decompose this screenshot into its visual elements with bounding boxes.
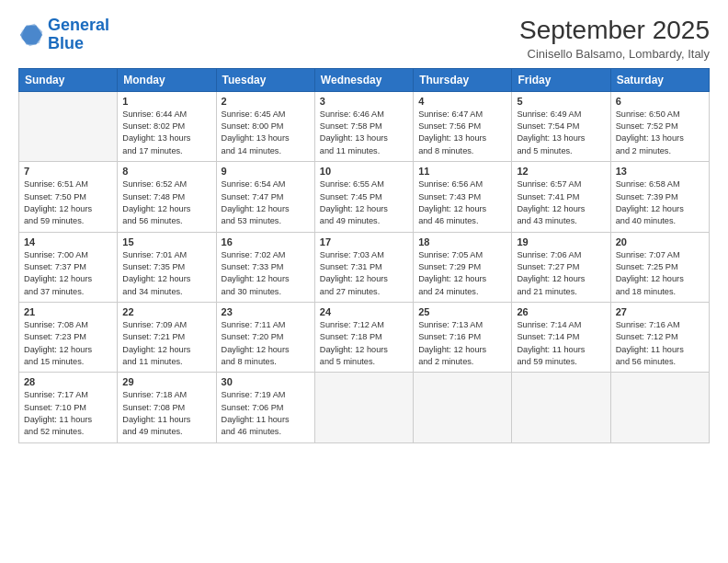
day-info: Sunrise: 6:49 AM Sunset: 7:54 PM Dayligh… <box>517 109 605 157</box>
logo-line2: Blue <box>48 34 84 52</box>
day-number: 21 <box>24 306 112 317</box>
day-info: Sunrise: 6:51 AM Sunset: 7:50 PM Dayligh… <box>24 178 112 227</box>
calendar-header-row: SundayMondayTuesdayWednesdayThursdayFrid… <box>19 68 710 91</box>
day-number: 15 <box>122 236 210 247</box>
calendar-week-1: 1Sunrise: 6:44 AM Sunset: 8:02 PM Daylig… <box>19 91 710 161</box>
calendar-cell <box>414 373 512 442</box>
calendar-cell: 2Sunrise: 6:45 AM Sunset: 8:00 PM Daylig… <box>216 91 314 161</box>
calendar-cell: 28Sunrise: 7:17 AM Sunset: 7:10 PM Dayli… <box>19 373 118 442</box>
day-number: 7 <box>24 166 112 177</box>
day-number: 25 <box>418 306 506 317</box>
day-number: 28 <box>24 376 112 387</box>
calendar-header-saturday: Saturday <box>610 68 709 91</box>
calendar-cell <box>512 373 610 442</box>
calendar-week-3: 14Sunrise: 7:00 AM Sunset: 7:37 PM Dayli… <box>19 232 710 302</box>
day-info: Sunrise: 7:05 AM Sunset: 7:29 PM Dayligh… <box>418 249 506 298</box>
calendar-cell: 5Sunrise: 6:49 AM Sunset: 7:54 PM Daylig… <box>512 91 610 161</box>
logo-line1: General <box>48 16 109 34</box>
day-number: 2 <box>222 96 310 107</box>
calendar-cell: 23Sunrise: 7:11 AM Sunset: 7:20 PM Dayli… <box>216 302 314 372</box>
day-number: 6 <box>616 96 704 107</box>
day-number: 23 <box>222 306 310 317</box>
calendar-header-wednesday: Wednesday <box>314 68 413 91</box>
day-info: Sunrise: 6:46 AM Sunset: 7:58 PM Dayligh… <box>320 109 408 157</box>
day-number: 3 <box>320 96 408 107</box>
calendar-cell: 3Sunrise: 6:46 AM Sunset: 7:58 PM Daylig… <box>314 91 413 161</box>
calendar-cell: 16Sunrise: 7:02 AM Sunset: 7:33 PM Dayli… <box>216 232 314 302</box>
day-number: 19 <box>517 236 605 247</box>
calendar-cell: 18Sunrise: 7:05 AM Sunset: 7:29 PM Dayli… <box>414 232 512 302</box>
calendar-cell: 11Sunrise: 6:56 AM Sunset: 7:43 PM Dayli… <box>414 162 512 232</box>
day-info: Sunrise: 7:02 AM Sunset: 7:33 PM Dayligh… <box>222 249 310 298</box>
day-info: Sunrise: 7:14 AM Sunset: 7:14 PM Dayligh… <box>517 319 605 368</box>
calendar-cell: 6Sunrise: 6:50 AM Sunset: 7:52 PM Daylig… <box>610 91 709 161</box>
day-number: 13 <box>616 166 704 177</box>
day-number: 24 <box>320 306 408 317</box>
subtitle: Cinisello Balsamo, Lombardy, Italy <box>519 47 710 61</box>
calendar-cell: 24Sunrise: 7:12 AM Sunset: 7:18 PM Dayli… <box>314 302 413 372</box>
logo-text: General Blue <box>48 17 109 53</box>
day-info: Sunrise: 7:00 AM Sunset: 7:37 PM Dayligh… <box>24 249 112 298</box>
day-number: 27 <box>616 306 704 317</box>
calendar-week-2: 7Sunrise: 6:51 AM Sunset: 7:50 PM Daylig… <box>19 162 710 232</box>
day-info: Sunrise: 7:16 AM Sunset: 7:12 PM Dayligh… <box>616 319 704 368</box>
day-info: Sunrise: 7:01 AM Sunset: 7:35 PM Dayligh… <box>122 249 210 298</box>
calendar-cell <box>19 91 118 161</box>
day-info: Sunrise: 6:58 AM Sunset: 7:39 PM Dayligh… <box>616 178 704 227</box>
calendar-cell: 29Sunrise: 7:18 AM Sunset: 7:08 PM Dayli… <box>118 373 216 442</box>
day-number: 5 <box>517 96 605 107</box>
calendar-cell: 22Sunrise: 7:09 AM Sunset: 7:21 PM Dayli… <box>118 302 216 372</box>
calendar-cell: 27Sunrise: 7:16 AM Sunset: 7:12 PM Dayli… <box>610 302 709 372</box>
calendar-table: SundayMondayTuesdayWednesdayThursdayFrid… <box>18 68 710 443</box>
calendar-cell: 8Sunrise: 6:52 AM Sunset: 7:48 PM Daylig… <box>118 162 216 232</box>
calendar-cell <box>610 373 709 442</box>
logo: General Blue <box>18 17 109 53</box>
calendar-cell: 21Sunrise: 7:08 AM Sunset: 7:23 PM Dayli… <box>19 302 118 372</box>
day-info: Sunrise: 7:19 AM Sunset: 7:06 PM Dayligh… <box>222 389 310 438</box>
day-number: 4 <box>418 96 506 107</box>
day-number: 9 <box>222 166 310 177</box>
calendar-cell: 7Sunrise: 6:51 AM Sunset: 7:50 PM Daylig… <box>19 162 118 232</box>
calendar-week-4: 21Sunrise: 7:08 AM Sunset: 7:23 PM Dayli… <box>19 302 710 372</box>
day-info: Sunrise: 7:11 AM Sunset: 7:20 PM Dayligh… <box>222 319 310 368</box>
day-info: Sunrise: 7:12 AM Sunset: 7:18 PM Dayligh… <box>320 319 408 368</box>
day-number: 14 <box>24 236 112 247</box>
day-info: Sunrise: 6:57 AM Sunset: 7:41 PM Dayligh… <box>517 178 605 227</box>
calendar-cell: 1Sunrise: 6:44 AM Sunset: 8:02 PM Daylig… <box>118 91 216 161</box>
calendar-cell: 13Sunrise: 6:58 AM Sunset: 7:39 PM Dayli… <box>610 162 709 232</box>
day-number: 16 <box>222 236 310 247</box>
day-info: Sunrise: 6:55 AM Sunset: 7:45 PM Dayligh… <box>320 178 408 227</box>
day-number: 30 <box>222 376 310 387</box>
calendar-cell: 15Sunrise: 7:01 AM Sunset: 7:35 PM Dayli… <box>118 232 216 302</box>
day-number: 26 <box>517 306 605 317</box>
day-number: 8 <box>122 166 210 177</box>
day-number: 17 <box>320 236 408 247</box>
calendar-cell: 9Sunrise: 6:54 AM Sunset: 7:47 PM Daylig… <box>216 162 314 232</box>
title-block: September 2025 Cinisello Balsamo, Lombar… <box>519 17 710 61</box>
day-info: Sunrise: 7:07 AM Sunset: 7:25 PM Dayligh… <box>616 249 704 298</box>
day-number: 10 <box>320 166 408 177</box>
day-info: Sunrise: 7:03 AM Sunset: 7:31 PM Dayligh… <box>320 249 408 298</box>
day-info: Sunrise: 7:06 AM Sunset: 7:27 PM Dayligh… <box>517 249 605 298</box>
day-info: Sunrise: 7:09 AM Sunset: 7:21 PM Dayligh… <box>122 319 210 368</box>
calendar-cell: 26Sunrise: 7:14 AM Sunset: 7:14 PM Dayli… <box>512 302 610 372</box>
day-number: 1 <box>122 96 210 107</box>
header: General Blue September 2025 Cinisello Ba… <box>18 17 710 61</box>
day-info: Sunrise: 6:52 AM Sunset: 7:48 PM Dayligh… <box>122 178 210 227</box>
calendar-cell: 30Sunrise: 7:19 AM Sunset: 7:06 PM Dayli… <box>216 373 314 442</box>
calendar-cell: 17Sunrise: 7:03 AM Sunset: 7:31 PM Dayli… <box>314 232 413 302</box>
calendar-week-5: 28Sunrise: 7:17 AM Sunset: 7:10 PM Dayli… <box>19 373 710 442</box>
calendar-cell: 14Sunrise: 7:00 AM Sunset: 7:37 PM Dayli… <box>19 232 118 302</box>
day-info: Sunrise: 6:44 AM Sunset: 8:02 PM Dayligh… <box>122 109 210 157</box>
day-info: Sunrise: 6:47 AM Sunset: 7:56 PM Dayligh… <box>418 109 506 157</box>
calendar-header-tuesday: Tuesday <box>216 68 314 91</box>
calendar-cell: 25Sunrise: 7:13 AM Sunset: 7:16 PM Dayli… <box>414 302 512 372</box>
calendar-header-monday: Monday <box>118 68 216 91</box>
logo-icon <box>18 22 44 48</box>
calendar-header-sunday: Sunday <box>19 68 118 91</box>
calendar-header-friday: Friday <box>512 68 610 91</box>
day-number: 29 <box>122 376 210 387</box>
calendar-header-thursday: Thursday <box>414 68 512 91</box>
day-number: 12 <box>517 166 605 177</box>
calendar-cell: 12Sunrise: 6:57 AM Sunset: 7:41 PM Dayli… <box>512 162 610 232</box>
